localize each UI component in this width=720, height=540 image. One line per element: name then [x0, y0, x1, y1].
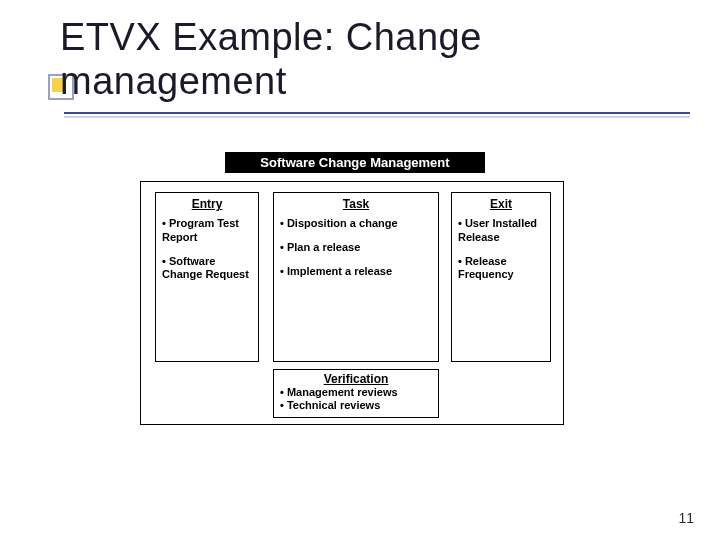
- task-item: • Disposition a change: [280, 217, 432, 231]
- task-item-text: Implement a release: [287, 265, 392, 277]
- exit-item: • Release Frequency: [458, 255, 544, 283]
- verification-item: • Management reviews: [280, 386, 432, 400]
- task-item-text: Plan a release: [287, 241, 360, 253]
- exit-items: • User Installed Release • Release Frequ…: [458, 217, 544, 282]
- task-items: • Disposition a change • Plan a release …: [280, 217, 432, 278]
- verification-items: • Management reviews • Technical reviews: [280, 386, 432, 414]
- diagram-banner: Software Change Management: [225, 152, 485, 173]
- task-column: Task • Disposition a change • Plan a rel…: [273, 192, 439, 362]
- entry-item: • Program Test Report: [162, 217, 252, 245]
- slide-title-line1: ETVX Example: Change: [60, 16, 482, 60]
- verification-box: Verification • Management reviews • Tech…: [273, 369, 439, 419]
- exit-item-text: User Installed Release: [458, 217, 537, 243]
- diagram-outer-box: Entry • Program Test Report • Software C…: [140, 181, 564, 425]
- entry-item-text: Program Test Report: [162, 217, 239, 243]
- task-heading: Task: [280, 197, 432, 211]
- title-underline: [64, 112, 690, 114]
- entry-items: • Program Test Report • Software Change …: [162, 217, 252, 282]
- etvx-diagram: Software Change Management Entry • Progr…: [140, 152, 570, 425]
- slide-title-line2: management: [60, 60, 482, 104]
- verification-heading: Verification: [280, 372, 432, 386]
- task-item-text: Disposition a change: [287, 217, 398, 229]
- exit-item: • User Installed Release: [458, 217, 544, 245]
- exit-column: Exit • User Installed Release • Release …: [451, 192, 551, 362]
- exit-item-text: Release Frequency: [458, 255, 514, 281]
- verification-item: • Technical reviews: [280, 399, 432, 413]
- entry-item-text: Software Change Request: [162, 255, 249, 281]
- verification-item-text: Technical reviews: [287, 399, 380, 411]
- task-item: • Implement a release: [280, 265, 432, 279]
- exit-heading: Exit: [458, 197, 544, 211]
- slide-title-block: ETVX Example: Change management: [60, 16, 482, 103]
- entry-heading: Entry: [162, 197, 252, 211]
- task-item: • Plan a release: [280, 241, 432, 255]
- entry-column: Entry • Program Test Report • Software C…: [155, 192, 259, 362]
- verification-item-text: Management reviews: [287, 386, 398, 398]
- page-number: 11: [678, 510, 694, 526]
- title-underline-shadow: [64, 116, 690, 118]
- entry-item: • Software Change Request: [162, 255, 252, 283]
